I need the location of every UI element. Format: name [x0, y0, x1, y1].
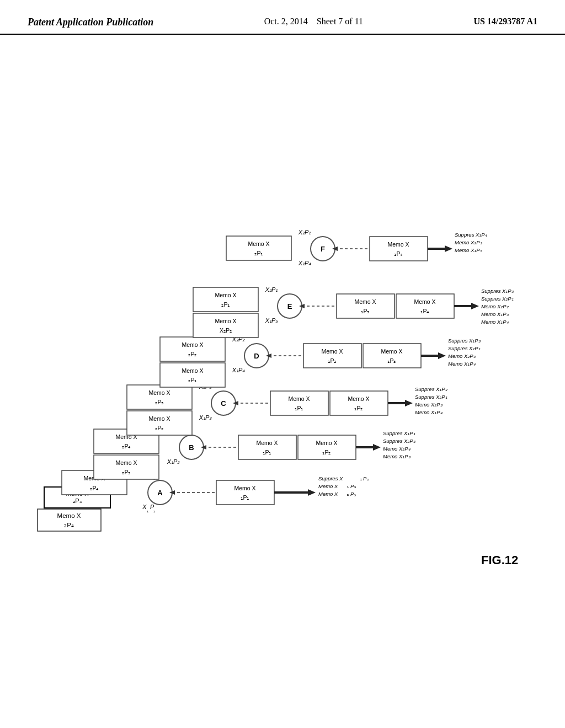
svg-text:₁: ₁ [147, 508, 148, 513]
svg-rect-74 [270, 391, 328, 415]
svg-text:Suppres X: Suppres X [318, 475, 343, 481]
svg-text:Memo X₁P₃: Memo X₁P₃ [383, 453, 411, 459]
svg-text:D: D [254, 352, 259, 360]
svg-text:₁P₃: ₁P₃ [361, 308, 369, 314]
diagram-area: Memo X ₂P₄ Memo X ₂P₄ .memo-label { font… [0, 35, 565, 713]
svg-text:₁P₃: ₁P₃ [387, 357, 396, 364]
svg-text:Memo X: Memo X [115, 459, 137, 466]
svg-text:Suppres X₂P₁: Suppres X₂P₁ [415, 394, 447, 400]
svg-text:Memo X: Memo X [348, 395, 369, 402]
svg-text:Memo X: Memo X [148, 389, 170, 396]
patent-figure-12: .memo-label { font-family: Arial, sans-s… [34, 35, 531, 669]
svg-text:₁P₂: ₁P₂ [354, 405, 363, 411]
svg-text:Memo X: Memo X [387, 241, 409, 248]
header-center: Oct. 2, 2014 Sheet 7 of 11 [264, 17, 363, 26]
svg-text:₁P₂: ₁P₂ [322, 449, 331, 456]
svg-rect-125 [396, 294, 454, 318]
svg-marker-148 [445, 245, 452, 252]
svg-text:₅: ₅ [354, 492, 356, 497]
svg-rect-77 [330, 391, 388, 415]
svg-text:Memo X₁P₄: Memo X₁P₄ [448, 361, 476, 367]
svg-text:Memo X: Memo X [182, 367, 203, 374]
svg-text:₂P₂: ₂P₂ [155, 425, 163, 431]
svg-text:Memo X: Memo X [148, 415, 170, 422]
svg-text:Memo X: Memo X [234, 485, 255, 491]
svg-text:Memo X: Memo X [248, 240, 269, 247]
svg-rect-110 [193, 287, 258, 312]
sheet-info: Sheet 7 of 11 [317, 17, 363, 26]
svg-text:Memo X₂P₃: Memo X₂P₃ [448, 353, 476, 359]
svg-rect-86 [160, 337, 225, 361]
svg-text:Suppres X₁P₂: Suppres X₁P₂ [415, 386, 448, 392]
svg-text:Memo X: Memo X [381, 348, 402, 355]
svg-text:Memo X₁P₅: Memo X₁P₅ [455, 247, 482, 253]
svg-text:Suppres X₁P₃: Suppres X₁P₃ [481, 288, 514, 294]
svg-text:Memo X₂P₃: Memo X₂P₃ [455, 239, 483, 245]
svg-text:₂P₄: ₂P₄ [122, 443, 131, 449]
svg-text:Memo X₁P₃: Memo X₁P₃ [481, 311, 509, 317]
svg-text:X: X [142, 504, 147, 510]
svg-rect-122 [337, 294, 395, 318]
svg-text:₂P₁: ₂P₁ [254, 250, 263, 256]
svg-rect-89 [160, 363, 225, 387]
svg-text:X₁P₄: X₁P₄ [232, 367, 246, 373]
svg-marker-81 [405, 400, 413, 406]
svg-text:₂: ₂ [347, 492, 349, 497]
svg-text:Suppres X₂P₁: Suppres X₂P₁ [481, 296, 514, 302]
svg-text:₄: ₄ [367, 477, 369, 481]
svg-text:₂P₃: ₂P₃ [155, 399, 163, 405]
svg-marker-105 [438, 352, 446, 359]
svg-text:₁: ₁ [347, 484, 349, 489]
svg-rect-65 [127, 411, 192, 435]
page-header: Patent Application Publication Oct. 2, 2… [0, 0, 565, 35]
svg-text:Memo X₂P₂: Memo X₂P₂ [481, 303, 509, 309]
svg-text:P: P [363, 475, 367, 481]
svg-text:P: P [350, 491, 354, 497]
svg-rect-98 [303, 344, 361, 368]
svg-text:Memo X: Memo X [215, 292, 236, 298]
svg-text:₂P₃: ₂P₃ [122, 469, 130, 475]
svg-marker-129 [471, 303, 479, 309]
svg-marker-25 [308, 489, 316, 496]
svg-text:Suppres X₁P₁: Suppres X₁P₁ [383, 430, 415, 436]
svg-text:Memo X: Memo X [318, 491, 338, 497]
svg-text:₁P₁: ₁P₁ [241, 494, 249, 501]
svg-text:₂P₄: ₂P₄ [90, 485, 99, 491]
svg-rect-144 [370, 237, 428, 261]
svg-text:₁: ₁ [153, 508, 155, 513]
svg-text:C: C [221, 399, 226, 408]
svg-text:₁P₁: ₁P₁ [295, 405, 303, 411]
svg-text:Memo X: Memo X [316, 440, 337, 446]
svg-text:₂: ₂ [360, 477, 362, 481]
svg-text:₃: ₃ [354, 484, 356, 489]
svg-text:Memo X₂P₄: Memo X₂P₄ [383, 446, 411, 452]
svg-text:F: F [321, 245, 325, 253]
svg-text:FIG.12: FIG.12 [481, 553, 518, 567]
svg-text:₁P₄: ₁P₄ [420, 308, 429, 314]
svg-text:X₁P₂: X₁P₂ [167, 458, 180, 465]
svg-text:₂P₁: ₂P₁ [188, 377, 196, 383]
svg-text:B: B [189, 443, 194, 452]
publication-title: Patent Application Publication [28, 17, 153, 28]
svg-text:E: E [287, 302, 292, 311]
svg-text:Memo X₁P₄: Memo X₁P₄ [415, 409, 443, 415]
svg-text:Suppres X₁P₃: Suppres X₁P₃ [448, 338, 481, 344]
publication-date: Oct. 2, 2014 [264, 17, 308, 26]
svg-text:X₂P₂: X₂P₂ [220, 327, 232, 334]
svg-text:A: A [157, 489, 163, 497]
svg-text:X₂P₁: X₂P₁ [265, 286, 278, 293]
svg-rect-62 [127, 385, 192, 409]
svg-text:Memo X₂P₃: Memo X₂P₃ [415, 402, 443, 408]
svg-text:X₁P₅: X₁P₅ [265, 317, 279, 324]
svg-text:Suppres X₂P₃: Suppres X₂P₃ [383, 438, 416, 444]
svg-rect-53 [298, 435, 356, 459]
svg-text:₁P₁: ₁P₁ [263, 449, 271, 456]
svg-text:Memo X: Memo X [414, 298, 435, 305]
svg-text:Memo X₁P₄: Memo X₁P₄ [481, 319, 509, 325]
svg-text:X₂P₁: X₂P₁ [298, 229, 311, 235]
svg-text:X₁P₄: X₁P₄ [298, 260, 312, 266]
svg-text:₂P₂: ₂P₂ [188, 351, 196, 357]
svg-rect-21 [216, 480, 274, 505]
svg-text:Suppres X₂P₁: Suppres X₂P₁ [448, 345, 481, 351]
svg-text:Memo X: Memo X [215, 318, 236, 324]
